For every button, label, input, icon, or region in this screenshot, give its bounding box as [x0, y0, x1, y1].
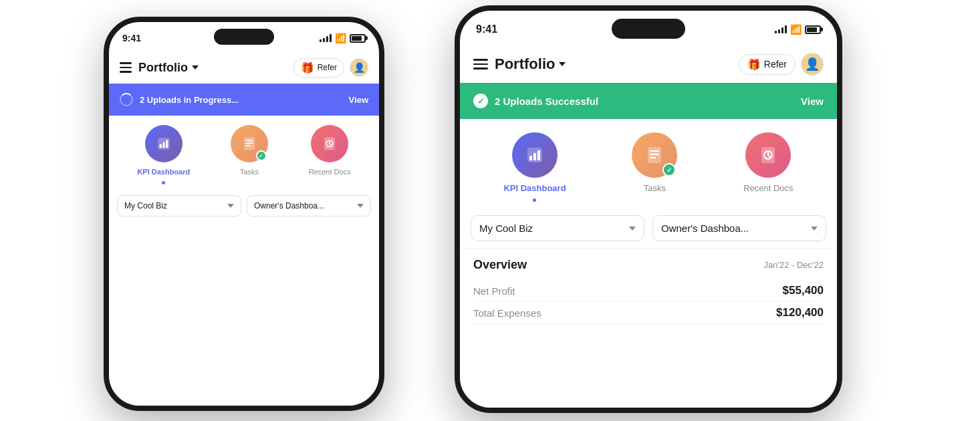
hamburger-icon-front[interactable] — [473, 59, 488, 69]
quick-item-tasks-back[interactable]: ✓ Tasks — [231, 125, 268, 184]
dashboard-select-back[interactable]: Owner's Dashboa... — [247, 195, 371, 217]
banner-left-front: ✓ 2 Uploads Successful — [473, 94, 598, 108]
docs-circle-front — [745, 132, 791, 178]
docs-label-front: Recent Docs — [743, 183, 793, 193]
total-expenses-value-front: $120,400 — [776, 306, 824, 319]
portfolio-title-front[interactable]: Portfolio — [495, 55, 566, 73]
svg-rect-1 — [159, 144, 161, 148]
metric-total-expenses-front: Total Expenses $120,400 — [473, 302, 824, 324]
net-profit-label-front: Net Profit — [473, 285, 515, 297]
kpi-label-back: KPI Dashboard — [137, 168, 190, 176]
kpi-svg-front — [525, 145, 545, 165]
kpi-label-front: KPI Dashboard — [503, 183, 566, 193]
kpi-dot-back — [162, 181, 165, 184]
portfolio-label-back: Portfolio — [138, 61, 188, 75]
tasks-badge-back: ✓ — [256, 150, 267, 161]
battery-fill-front — [807, 27, 817, 32]
spinner-icon-back — [120, 93, 133, 106]
banner-view-back[interactable]: View — [349, 95, 368, 105]
kpi-circle-front — [512, 132, 558, 178]
signal-bar-f3 — [781, 27, 783, 33]
nav-left-front: Portfolio — [473, 55, 566, 73]
tasks-svg-front — [644, 145, 664, 165]
dynamic-island-back — [214, 29, 274, 45]
nav-bar-back: Portfolio 🎁 Refer 👤 — [109, 51, 379, 84]
upload-banner-front[interactable]: ✓ 2 Uploads Successful View — [460, 83, 837, 119]
overview-date-front: Jan'22 - Dec'22 — [763, 260, 824, 270]
portfolio-title-back[interactable]: Portfolio — [138, 61, 199, 75]
refer-button-back[interactable]: 🎁 Refer — [293, 58, 344, 78]
signal-bar-f1 — [775, 31, 777, 33]
dashboard-select-text-front: Owner's Dashboa... — [661, 223, 749, 234]
banner-text-back: 2 Uploads in Progress... — [140, 95, 239, 105]
quick-item-tasks-front[interactable]: ✓ Tasks — [632, 132, 677, 202]
signal-bars-back — [320, 34, 332, 42]
battery-back — [350, 34, 366, 43]
tasks-label-back: Tasks — [240, 168, 259, 176]
dropdowns-row-back: My Cool Biz Owner's Dashboa... — [109, 190, 379, 222]
quick-item-docs-back[interactable]: Recent Docs — [309, 125, 351, 184]
svg-rect-2 — [162, 142, 164, 148]
time-back: 9:41 — [122, 33, 141, 43]
docs-label-back: Recent Docs — [309, 168, 351, 176]
dashboard-select-front[interactable]: Owner's Dashboa... — [652, 215, 826, 241]
biz-arrow-back — [227, 204, 234, 208]
total-expenses-label-front: Total Expenses — [473, 307, 541, 319]
signal-bar-2 — [323, 38, 325, 42]
svg-rect-12 — [533, 153, 536, 160]
metric-net-profit-front: Net Profit $55,400 — [473, 280, 824, 302]
biz-select-text-back: My Cool Biz — [124, 201, 167, 210]
refer-button-front[interactable]: 🎁 Refer — [739, 54, 795, 75]
avatar-back[interactable]: 👤 — [350, 58, 368, 77]
gift-icon-front: 🎁 — [747, 58, 761, 71]
dropdowns-row-front: My Cool Biz Owner's Dashboa... — [460, 208, 837, 248]
svg-rect-3 — [166, 140, 168, 148]
quick-item-docs-front[interactable]: Recent Docs — [743, 132, 793, 202]
battery-front — [805, 25, 821, 34]
tasks-svg-back — [241, 136, 257, 152]
nav-right-front: 🎁 Refer 👤 — [739, 53, 824, 76]
phone-back: 9:41 📶 Portfolio — [104, 17, 384, 411]
refer-label-front: Refer — [764, 59, 787, 69]
svg-rect-17 — [650, 157, 656, 158]
portfolio-label-front: Portfolio — [495, 55, 555, 73]
svg-rect-16 — [650, 154, 659, 155]
signal-bar-f2 — [778, 29, 780, 33]
dynamic-island-front — [612, 19, 685, 39]
avatar-front[interactable]: 👤 — [801, 53, 824, 76]
dashboard-arrow-back — [357, 204, 364, 208]
fade-bottom-front — [460, 368, 837, 408]
overview-header-front: Overview Jan'22 - Dec'22 — [473, 258, 824, 272]
status-icons-back: 📶 — [320, 33, 366, 43]
kpi-circle-back — [145, 125, 182, 162]
gift-icon-back: 🎁 — [301, 61, 314, 74]
net-profit-value-front: $55,400 — [783, 284, 824, 297]
signal-bar-1 — [320, 39, 322, 42]
biz-arrow-front — [629, 227, 636, 231]
title-dropdown-arrow-back — [192, 65, 199, 69]
svg-rect-5 — [245, 140, 253, 141]
banner-view-front[interactable]: View — [801, 96, 824, 107]
phone-front: 9:41 📶 Portfolio — [455, 5, 842, 413]
svg-rect-6 — [245, 142, 253, 144]
biz-select-text-front: My Cool Biz — [479, 223, 533, 234]
signal-bars-front — [775, 25, 787, 33]
time-front: 9:41 — [476, 23, 497, 35]
banner-left-back: 2 Uploads in Progress... — [120, 93, 239, 106]
hamburger-icon-back[interactable] — [120, 62, 132, 73]
quick-item-kpi-front[interactable]: KPI Dashboard — [503, 132, 566, 202]
svg-rect-15 — [650, 150, 659, 152]
fade-bottom-back — [109, 366, 379, 406]
biz-select-back[interactable]: My Cool Biz — [117, 195, 241, 217]
svg-rect-7 — [245, 145, 250, 146]
dashboard-select-text-back: Owner's Dashboa... — [254, 201, 324, 210]
quick-item-kpi-back[interactable]: KPI Dashboard — [137, 125, 190, 184]
tasks-badge-front: ✓ — [662, 163, 676, 176]
signal-bar-f4 — [785, 25, 787, 33]
upload-banner-back[interactable]: 2 Uploads in Progress... View — [109, 84, 379, 116]
biz-select-front[interactable]: My Cool Biz — [471, 215, 644, 241]
docs-svg-front — [758, 145, 778, 165]
tasks-circle-back: ✓ — [231, 125, 268, 162]
wifi-icon-back: 📶 — [335, 33, 346, 43]
nav-bar-front: Portfolio 🎁 Refer 👤 — [460, 45, 837, 83]
